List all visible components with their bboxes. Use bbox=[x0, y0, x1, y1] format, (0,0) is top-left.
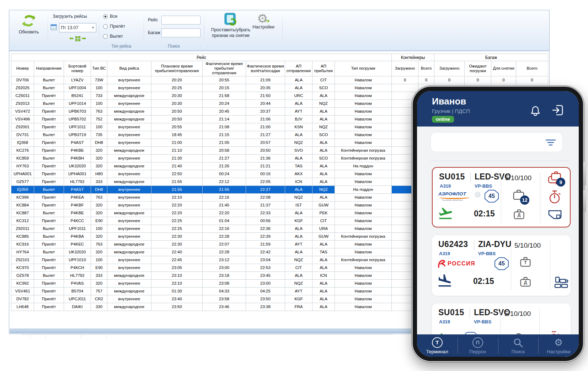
table-cell: 21:50 bbox=[246, 92, 285, 100]
table-cell: Прилёт bbox=[34, 303, 64, 311]
container-icon[interactable] bbox=[548, 209, 563, 222]
flight-card[interactable]: U62423 ZIA-DYU A319 VP-BBS 5/10/100 РОСС… bbox=[432, 235, 571, 296]
table-cell: KC885 bbox=[11, 232, 34, 240]
table-cell: KC887 bbox=[11, 209, 34, 217]
table-cell: B5704 bbox=[64, 287, 91, 295]
radio-all[interactable]: Все bbox=[103, 14, 118, 19]
table-cell: Контейнерная погрузка bbox=[335, 154, 392, 162]
table-cell: 20:15 bbox=[203, 84, 246, 92]
settings-gear-icon: ⚙➜ bbox=[248, 12, 279, 25]
table-cell: 320 bbox=[91, 154, 107, 162]
baggage-count-badge: 12 bbox=[520, 195, 529, 205]
column-header[interactable]: АП прибытия bbox=[312, 61, 335, 76]
table-cell: 00:24 bbox=[203, 170, 246, 178]
table-cell: 04:25 bbox=[246, 287, 285, 295]
table-cell: TAS bbox=[312, 248, 335, 256]
table-cell: Навалом bbox=[335, 178, 392, 186]
table-cell: Контейнерная погрузка bbox=[335, 232, 392, 240]
column-header[interactable]: Для снятия bbox=[491, 61, 516, 76]
flight-search-input[interactable] bbox=[161, 16, 201, 25]
table-row[interactable]: DV706ВылетLYAZV73Wвнутреннее20:2020:5521… bbox=[11, 76, 548, 84]
column-header[interactable]: Вид рейса bbox=[107, 61, 151, 76]
nav-apron[interactable]: П Перрон bbox=[458, 334, 498, 357]
nav-terminal[interactable]: Т Терминал bbox=[417, 334, 458, 357]
table-cell: BJV bbox=[285, 115, 312, 123]
table-cell: Прилёт bbox=[34, 123, 64, 131]
radio-arrival[interactable]: Прилёт bbox=[103, 24, 125, 29]
search-flight-label: Рейс bbox=[148, 17, 158, 22]
table-cell: внутреннее bbox=[107, 264, 151, 271]
next-day-arrow-icon[interactable]: ➡ bbox=[82, 35, 86, 41]
table-cell: E90 bbox=[91, 217, 107, 225]
column-header[interactable]: Тип погрузки bbox=[335, 61, 392, 76]
column-header[interactable]: Загружено bbox=[392, 61, 418, 76]
nav-settings[interactable]: ⚙ Настройки bbox=[538, 334, 579, 357]
table-cell: Вылет bbox=[34, 186, 64, 193]
nav-search[interactable]: Поиск bbox=[498, 334, 539, 357]
prev-day-arrow-icon[interactable]: ⬅ bbox=[69, 35, 74, 41]
table-cell: международное bbox=[107, 146, 151, 154]
column-header[interactable]: Номер bbox=[11, 61, 34, 76]
column-header[interactable]: Тип ВС bbox=[91, 61, 107, 76]
logout-icon[interactable] bbox=[551, 104, 564, 117]
table-cell: 20:25 bbox=[151, 84, 203, 92]
radio-departure[interactable]: Вылет bbox=[103, 34, 123, 39]
table-cell: Прилёт bbox=[34, 295, 64, 303]
table-cell: 763 bbox=[91, 240, 107, 248]
table-cell: ALA bbox=[285, 232, 312, 240]
table-cell: 21:08 bbox=[203, 123, 246, 131]
table-cell: H80 bbox=[91, 170, 107, 178]
column-header[interactable]: Фактическое время взлёта/посадки bbox=[246, 61, 285, 76]
table-cell: 23:00 bbox=[246, 279, 285, 287]
table-cell: UPHA001 bbox=[11, 170, 34, 178]
column-header[interactable]: Направление bbox=[34, 61, 64, 76]
column-header[interactable]: Плановое время прибытия/отправления bbox=[151, 61, 203, 76]
table-cell: 320 bbox=[91, 209, 107, 217]
refresh-button[interactable]: Обновить bbox=[14, 13, 43, 34]
filter-icon[interactable] bbox=[545, 138, 556, 147]
flight-card[interactable]: SU015 LED-SVO A319 VP-BBS 5/10/100 АЭРОФ… bbox=[432, 167, 571, 227]
card-registration: VP-BBS bbox=[475, 183, 492, 189]
table-cell: 22:40 bbox=[151, 248, 203, 256]
table-cell: DAIKI bbox=[64, 303, 91, 311]
table-cell: 23:10 bbox=[151, 279, 203, 287]
table-cell: внутреннее bbox=[107, 217, 151, 225]
column-header[interactable]: Всего bbox=[516, 61, 548, 76]
date-value: Пт 13.07 bbox=[61, 25, 78, 30]
table-cell: 22:45 bbox=[151, 256, 203, 264]
toggle-removal-flag-button[interactable]: Проставить/убрать признак на снятие bbox=[208, 12, 254, 38]
table-cell: P4KBE bbox=[64, 209, 91, 217]
day-grid-icon[interactable] bbox=[75, 36, 80, 41]
table-cell: внутреннее bbox=[107, 100, 151, 107]
notifications-bell-icon[interactable] bbox=[529, 104, 541, 117]
pallet-boxes-icon[interactable] bbox=[554, 275, 569, 289]
stopwatch-icon[interactable] bbox=[548, 190, 563, 205]
table-cell: внутреннее bbox=[107, 256, 151, 264]
calendar-icon[interactable] bbox=[50, 24, 57, 31]
date-combobox[interactable]: Пт 13.07 ▼ bbox=[59, 23, 96, 32]
phone-search-bar[interactable] bbox=[431, 132, 563, 152]
table-cell: 22:08 bbox=[246, 193, 285, 201]
table-cell: международное bbox=[107, 92, 151, 100]
column-header[interactable]: Загружено bbox=[434, 61, 465, 76]
table-cell: ALA bbox=[312, 170, 335, 178]
column-header[interactable]: Бортовой номер bbox=[64, 61, 91, 76]
table-cell: UK32020 bbox=[64, 162, 91, 170]
column-header[interactable]: Ожидают погрузки bbox=[465, 61, 491, 76]
table-cell: 21:55 bbox=[151, 178, 203, 186]
table-cell: P4KBH bbox=[64, 154, 91, 162]
column-header[interactable]: АП отправления bbox=[285, 61, 312, 76]
column-header[interactable]: Фактическое время прибытия/отправления bbox=[203, 61, 246, 76]
settings-button[interactable]: ⚙➜ Настройки bbox=[248, 12, 279, 29]
table-cell: UK32020 bbox=[64, 248, 91, 256]
column-header[interactable]: Всего bbox=[418, 61, 434, 76]
table-cell: DV731 bbox=[11, 131, 34, 139]
table-cell: 22:30 bbox=[151, 232, 203, 240]
group-header-flight: Рейс bbox=[11, 54, 392, 61]
table-cell: Навалом bbox=[335, 295, 392, 303]
online-status-badge: online bbox=[432, 116, 454, 123]
table-cell: международное bbox=[107, 178, 151, 186]
table-cell: ALA bbox=[312, 303, 335, 311]
baggage-search-input[interactable] bbox=[161, 28, 201, 37]
table-cell: UPB5702 bbox=[64, 115, 91, 123]
